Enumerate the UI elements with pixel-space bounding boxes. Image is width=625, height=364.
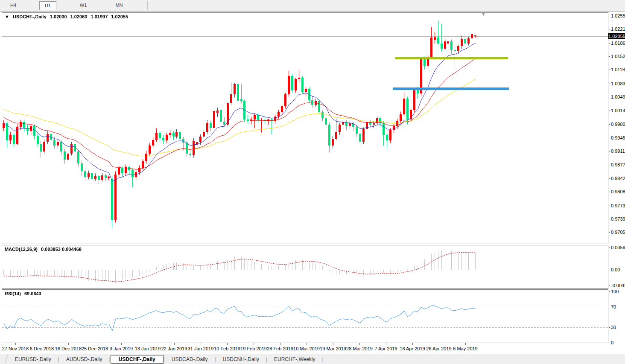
date-axis-label: 28 Feb 2019	[267, 346, 293, 351]
macd-axis-label: 0.00	[611, 267, 620, 272]
date-tick	[174, 343, 175, 345]
mt4-window: H4D1W1MN ▼ USDCHF-,Daily 1.02030 1.02063…	[0, 0, 625, 364]
date-axis-label: 13 Jan 2019	[135, 346, 161, 351]
price-axis-label: 0.98080	[611, 189, 625, 194]
chart-tab-usdcnh[interactable]: USDCNH-,Daily	[216, 355, 266, 363]
price-axis-label: 0.99800	[611, 122, 625, 127]
chart-tab-usdchf[interactable]: USDCHF-,Daily	[111, 355, 164, 364]
date-tick	[439, 343, 439, 345]
chart-tab-bar: EURUSD-,Daily|AUDUSD-,Daily|USDCHF-,Dail…	[0, 354, 625, 364]
rsi-axis-label-tick	[609, 327, 610, 328]
rsi-panel[interactable]: RSI(14) 69.0643	[2, 289, 608, 343]
tab-separator: |	[322, 356, 324, 362]
date-axis-label: 10 Feb 2019	[214, 346, 240, 351]
price-axis-label: 1.01520	[611, 54, 625, 59]
price-axis-label-tick	[609, 70, 610, 70]
price-axis-label: 1.02550	[611, 13, 625, 18]
date-tick	[280, 343, 280, 345]
date-axis-label: 6 Dec 2018	[30, 346, 54, 351]
ohlc-open: 1.02030	[50, 14, 67, 19]
date-tick	[42, 343, 42, 345]
chart-tab-usdcad[interactable]: USDCAD-,Daily	[165, 355, 215, 363]
timeframe-button-h4[interactable]: H4	[5, 1, 21, 9]
price-axis-label: 0.97050	[611, 230, 625, 235]
date-tick	[465, 343, 466, 345]
price-axis-label: 0.97730	[611, 203, 625, 208]
date-tick	[227, 343, 228, 345]
price-axis-label-tick	[609, 192, 610, 192]
date-axis-label: 26 Apr 2019	[426, 346, 451, 351]
price-axis-label: 0.99110	[611, 149, 625, 154]
macd-axis-label-tick	[609, 285, 610, 286]
macd-header: MACD(12,26,9) 0.003853 0.004468	[5, 247, 84, 252]
price-axis-label-tick	[609, 232, 610, 233]
price-axis-label-tick	[609, 206, 610, 206]
price-axis-label: 1.02210	[611, 26, 625, 32]
price-axis-label-tick	[609, 97, 610, 97]
price-axis-label: 1.01180	[611, 67, 625, 72]
price-axis: 1.02055 1.025501.022101.018601.015201.01…	[609, 12, 625, 343]
date-tick	[15, 343, 16, 345]
chart-tab-eurchf[interactable]: EURCHF-,Weekly	[267, 355, 322, 363]
price-axis-label: 0.97390	[611, 216, 625, 221]
tab-strip-edge	[0, 355, 8, 364]
price-axis-label-tick	[609, 124, 610, 125]
date-axis: 27 Nov 20186 Dec 201816 Dec 201825 Dec 2…	[2, 343, 608, 354]
price-axis-label: 1.01860	[611, 41, 625, 46]
chart-tab-audusd[interactable]: AUDUSD-,Daily	[59, 355, 109, 363]
date-axis-label: 19 Mar 2019	[320, 346, 346, 351]
price-axis-label: 1.00140	[611, 108, 625, 113]
macd-panel[interactable]: MACD(12,26,9) 0.003853 0.004468	[2, 245, 608, 289]
price-axis-label-tick	[609, 178, 610, 179]
date-axis-label: 19 Feb 2019	[240, 346, 267, 351]
date-tick	[121, 343, 122, 345]
date-axis-label: 31 Jan 2019	[188, 346, 214, 351]
price-axis-label-tick	[609, 29, 610, 29]
chart-tab-eurusd[interactable]: EURUSD-,Daily	[8, 355, 58, 363]
price-axis-label: 1.00490	[611, 94, 625, 99]
date-axis-label: 6 May 2019	[453, 346, 477, 351]
ohlc-high: 1.02063	[70, 14, 88, 19]
main-chart-panel[interactable]: ▼ USDCHF-,Daily 1.02030 1.02063 1.01997 …	[2, 12, 608, 244]
rsi-label: RSI(14)	[5, 291, 21, 296]
macd-label: MACD(12,26,9)	[5, 247, 38, 252]
date-axis-label: 3 Jan 2019	[110, 346, 133, 351]
price-axis-label-tick	[609, 43, 610, 44]
toolbar-divider	[147, 1, 148, 10]
rsi-axis-label: 100	[611, 289, 619, 294]
date-axis-label: 27 Nov 2018	[2, 346, 29, 351]
price-axis-label: 0.99450	[611, 135, 625, 140]
date-axis-label: 28 Mar 2019	[346, 346, 373, 351]
date-axis-label: 7 Apr 2019	[374, 346, 397, 351]
ohlc-close: 1.02055	[111, 14, 128, 19]
date-tick	[95, 343, 95, 345]
timeframe-button-w1[interactable]: W1	[75, 1, 91, 9]
timeframe-button-mn[interactable]: MN	[111, 1, 127, 9]
date-tick	[386, 343, 386, 345]
rsi-axis-label-tick	[609, 343, 610, 343]
rsi-axis-label: 30	[611, 325, 616, 330]
rsi-axis-label-tick	[609, 291, 610, 292]
rsi-header: RSI(14) 69.0643	[5, 291, 44, 296]
symbol-label: USDCHF-,Daily	[13, 14, 47, 19]
date-tick	[148, 343, 148, 345]
ohlc-low: 1.01997	[91, 14, 108, 19]
main-chart-canvas[interactable]	[2, 13, 608, 244]
price-axis-label: 1.00830	[611, 81, 625, 86]
price-axis-label-tick	[609, 111, 610, 111]
symbol-dropdown-icon[interactable]: ▼	[5, 14, 9, 19]
rsi-axis-label: 0	[611, 340, 613, 345]
price-axis-label-tick	[609, 165, 610, 165]
rsi-axis-label-tick	[609, 307, 610, 307]
macd-values: 0.003853 0.004468	[41, 247, 82, 252]
date-axis-label: 22 Jan 2019	[161, 346, 187, 351]
rsi-value: 69.0643	[24, 291, 41, 296]
price-axis-label-tick	[609, 138, 610, 138]
date-axis-label: 10 Mar 2019	[293, 346, 320, 351]
price-axis-label-tick	[609, 219, 610, 219]
timeframe-button-d1[interactable]: D1	[39, 1, 56, 10]
timeframe-toolbar: H4D1W1MN	[0, 0, 625, 12]
macd-canvas[interactable]	[2, 245, 608, 288]
rsi-canvas[interactable]	[2, 290, 608, 343]
macd-axis-label: -0.004243	[611, 283, 625, 288]
